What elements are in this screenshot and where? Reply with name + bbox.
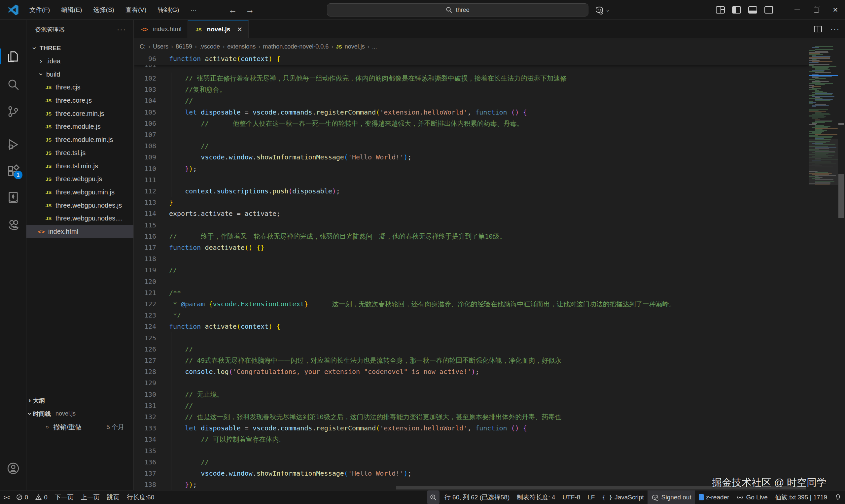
sidebar-more-actions[interactable]: ··· [117, 25, 126, 34]
activity-novel-book-button[interactable] [0, 187, 27, 209]
status-encoding[interactable]: UTF-8 [559, 490, 584, 504]
line-number[interactable]: 106 [134, 118, 156, 129]
breadcrumb-item[interactable]: extensions [227, 43, 256, 50]
tree-item-THREE[interactable]: ›THREE [27, 41, 134, 55]
line-number[interactable]: 121 [134, 287, 156, 299]
status-copilot-signin[interactable]: Signed out [648, 490, 695, 504]
nav-back-button[interactable]: ← [229, 5, 237, 15]
code-line-122[interactable]: 122 * @param {vscode.ExtensionContext} 这… [134, 299, 809, 310]
activity-explorer-button[interactable] [0, 46, 27, 67]
timeline-section-header[interactable]: › 时间线 novel.js [27, 407, 134, 420]
activity-source-control-button[interactable] [0, 101, 27, 123]
outline-section-header[interactable]: › 大纲 [27, 394, 134, 407]
menu-item-5[interactable]: ··· [185, 4, 203, 16]
status-warnings[interactable]: 0 [32, 490, 51, 504]
breadcrumb-item[interactable]: ... [372, 43, 377, 50]
status-z-reader[interactable]: z-reader [695, 490, 733, 504]
tree-item-three.tsl.min.js[interactable]: JSthree.tsl.min.js [27, 159, 134, 173]
minimap[interactable] [809, 46, 838, 488]
code-line-137[interactable]: 137 vscode.window.showInformationMessage… [134, 468, 809, 479]
line-number[interactable]: 105 [134, 107, 156, 118]
code-line-104[interactable]: 104 // [134, 95, 809, 106]
toggle-panel-button[interactable] [748, 6, 757, 14]
code-line-127[interactable]: 127 // 49式春秋无尽禅在他脑海中一一闪过，对应着的长生法力也是流转全身，… [134, 355, 809, 366]
code-line-128[interactable]: 128 console.log('Congratulations, your e… [134, 366, 809, 377]
line-number[interactable]: 111 [134, 174, 156, 185]
line-number[interactable]: 104 [134, 95, 156, 106]
code-line-107[interactable]: 107 [134, 129, 809, 140]
code-line-108[interactable]: 108 // [134, 140, 809, 151]
toggle-secondary-sidebar-button[interactable] [764, 6, 773, 14]
code-line-135[interactable]: 135 [134, 445, 809, 456]
line-number[interactable]: 109 [134, 151, 156, 163]
status-prev-page[interactable]: 上一页 [77, 490, 103, 504]
status-tab-size[interactable]: 制表符长度: 4 [513, 490, 559, 504]
line-number[interactable]: 124 [134, 321, 156, 332]
tree-item-three.webgpu.js[interactable]: JSthree.webgpu.js [27, 173, 134, 186]
tree-item-.idea[interactable]: ›.idea [27, 55, 134, 68]
tree-item-three.core.min.js[interactable]: JSthree.core.min.js [27, 107, 134, 120]
activity-fish-reader-button[interactable] [0, 214, 27, 236]
code-line-118[interactable]: 118 [134, 253, 809, 264]
menu-item-1[interactable]: 编辑(E) [55, 4, 88, 16]
code-line-131[interactable]: 131 // [134, 400, 809, 411]
line-number[interactable]: 137 [134, 468, 156, 479]
tab-novel-js[interactable]: JS novel.js ✕ [188, 20, 249, 38]
tree-item-three.webgpu.min.js[interactable]: JSthree.webgpu.min.js [27, 186, 134, 199]
code-editor[interactable]: 96function activate(context) {101102 // … [134, 53, 809, 490]
line-number[interactable]: 113 [134, 197, 156, 208]
code-line-133[interactable]: 133 let disposable = vscode.commands.reg… [134, 422, 809, 434]
code-line-125[interactable]: 125 [134, 332, 809, 344]
vertical-scrollbar[interactable] [838, 20, 845, 490]
code-line-119[interactable]: 119// [134, 264, 809, 275]
toggle-primary-sidebar-button[interactable] [732, 6, 741, 14]
code-line-111[interactable]: 111 [134, 174, 809, 185]
status-cursor-position[interactable]: 行 60, 列 62 (已选择58) [441, 490, 513, 504]
customize-layout-button[interactable] [716, 6, 725, 14]
line-number[interactable]: 126 [134, 344, 156, 355]
tree-item-three.webgpu.nodes....[interactable]: JSthree.webgpu.nodes.... [27, 212, 134, 225]
activity-run-debug-button[interactable] [0, 134, 27, 156]
code-line-113[interactable]: 113} [134, 197, 809, 208]
status-zoom[interactable] [427, 490, 440, 504]
code-line-102[interactable]: 102 // 张羽正在修行着春秋无尽禅，只见他每一组动作做完，体内的筋肉都像是在… [134, 73, 809, 84]
code-line-105[interactable]: 105 let disposable = vscode.commands.reg… [134, 107, 809, 118]
code-line-130[interactable]: 130 // 无止境。 [134, 389, 809, 400]
code-line-124[interactable]: 124function activate(context) { [134, 321, 809, 332]
status-jump-page[interactable]: 跳页 [103, 490, 123, 504]
tab-close-icon[interactable]: ✕ [237, 25, 242, 33]
status-notifications[interactable] [831, 490, 845, 504]
line-number[interactable]: 127 [134, 355, 156, 366]
window-restore-button[interactable] [807, 0, 826, 20]
menu-item-2[interactable]: 选择(S) [88, 4, 120, 16]
status-eol[interactable]: LF [584, 490, 598, 504]
tree-item-index.html[interactable]: <>index.html [27, 225, 134, 238]
window-minimize-button[interactable] [788, 0, 807, 20]
status-problems[interactable]: 0 [13, 490, 32, 504]
tree-item-three.module.js[interactable]: JSthree.module.js [27, 120, 134, 133]
code-line-132[interactable]: 132 // 也是这一刻，张羽发现春秋无尽禅达到第10级之后，这门功法的排毒能力… [134, 411, 809, 422]
line-number[interactable]: 107 [134, 129, 156, 140]
vertical-scrollbar-thumb[interactable] [839, 174, 844, 218]
menu-item-4[interactable]: 转到(G) [152, 4, 184, 16]
code-line-129[interactable]: 129 [134, 377, 809, 389]
code-line-117[interactable]: 117function deactivate() {} [134, 242, 809, 253]
breadcrumb-item[interactable]: 86159 [176, 43, 192, 50]
line-number[interactable]: 132 [134, 411, 156, 422]
sticky-scroll-line[interactable]: 96function activate(context) { [134, 53, 809, 65]
line-number[interactable]: 120 [134, 276, 156, 287]
line-number[interactable]: 138 [134, 479, 156, 490]
code-line-126[interactable]: 126 // [134, 344, 809, 355]
code-line-103[interactable]: 103 //复和愈合。 [134, 84, 809, 95]
code-line-115[interactable]: 115 [134, 219, 809, 231]
code-line-112[interactable]: 112 context.subscriptions.push(disposabl… [134, 185, 809, 197]
line-number[interactable]: 134 [134, 434, 156, 445]
tree-item-three.tsl.js[interactable]: JSthree.tsl.js [27, 146, 134, 160]
line-number[interactable]: 116 [134, 231, 156, 242]
command-center-search[interactable]: three [327, 3, 588, 17]
tree-item-three.core.js[interactable]: JSthree.core.js [27, 94, 134, 107]
code-line-114[interactable]: 114exports.activate = activate; [134, 208, 809, 219]
line-number[interactable]: 118 [134, 253, 156, 264]
status-next-page[interactable]: 下一页 [51, 490, 77, 504]
code-line-106[interactable]: 106 // 他整个人便在这一秋一春一死一生的轮转中，变得越来越强大，并不断排出… [134, 118, 809, 129]
